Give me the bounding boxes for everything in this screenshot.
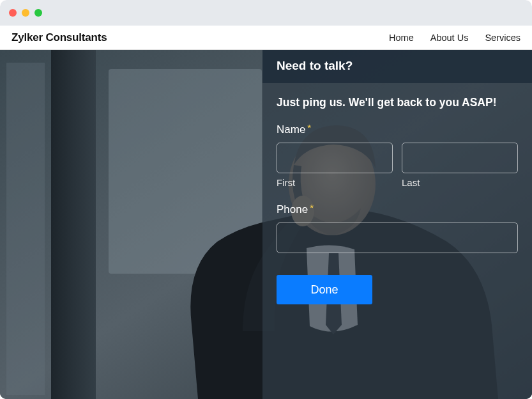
form-title: Need to talk? — [277, 59, 518, 73]
minimize-window-icon[interactable] — [22, 9, 29, 17]
form-body: Just ping us. We'll get back to you ASAP… — [262, 83, 532, 399]
first-name-input[interactable] — [277, 143, 393, 173]
svg-rect-3 — [6, 63, 45, 395]
submit-button[interactable]: Done — [277, 275, 372, 304]
form-header: Need to talk? — [262, 50, 532, 83]
hero-section: Need to talk? Just ping us. We'll get ba… — [0, 50, 532, 399]
required-star-icon: * — [310, 202, 314, 213]
browser-chrome — [0, 0, 532, 26]
phone-field-label: Phone * — [277, 203, 518, 216]
nav-services[interactable]: Services — [485, 33, 521, 43]
name-label-text: Name — [277, 123, 305, 136]
svg-rect-1 — [51, 50, 96, 399]
nav-about[interactable]: About Us — [430, 33, 469, 43]
required-star-icon: * — [307, 122, 311, 133]
phone-input[interactable] — [277, 223, 518, 253]
contact-form-panel: Need to talk? Just ping us. We'll get ba… — [262, 50, 532, 399]
brand-title: Zylker Consultants — [11, 31, 107, 44]
phone-label-text: Phone — [277, 203, 308, 216]
window-controls — [9, 9, 42, 17]
last-name-input[interactable] — [402, 143, 518, 173]
nav-home[interactable]: Home — [389, 33, 414, 43]
last-name-sublabel: Last — [402, 177, 518, 188]
form-subtitle: Just ping us. We'll get back to you ASAP… — [277, 96, 518, 109]
site-header: Zylker Consultants Home About Us Service… — [0, 26, 532, 50]
maximize-window-icon[interactable] — [34, 9, 42, 17]
main-nav: Home About Us Services — [389, 33, 521, 43]
close-window-icon[interactable] — [9, 9, 17, 17]
name-field-label: Name * — [277, 123, 518, 136]
first-name-sublabel: First — [277, 177, 393, 188]
